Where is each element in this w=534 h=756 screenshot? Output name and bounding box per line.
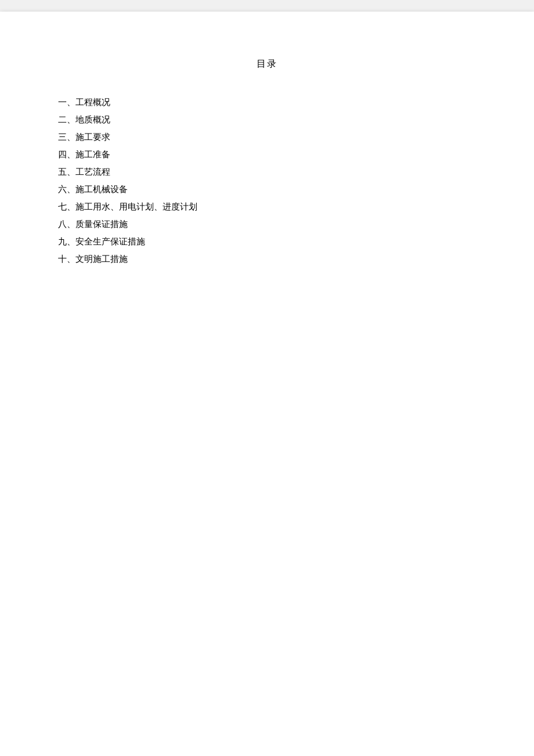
toc-item: 九、安全生产保证措施 — [58, 233, 476, 250]
toc-list: 一、工程概况二、地质概况三、施工要求四、施工准备五、工艺流程六、施工机械设备七、… — [58, 93, 476, 268]
toc-item: 二、地质概况 — [58, 111, 476, 128]
toc-item: 四、施工准备 — [58, 146, 476, 163]
page-title: 目录 — [58, 58, 476, 70]
toc-item: 三、施工要求 — [58, 128, 476, 146]
document-page: 目录 一、工程概况二、地质概况三、施工要求四、施工准备五、工艺流程六、施工机械设… — [0, 12, 534, 756]
toc-item: 一、工程概况 — [58, 93, 476, 111]
toc-item: 六、施工机械设备 — [58, 181, 476, 198]
toc-item: 七、施工用水、用电计划、进度计划 — [58, 198, 476, 215]
toc-item: 十、文明施工措施 — [58, 250, 476, 268]
toc-item: 五、工艺流程 — [58, 163, 476, 181]
toc-item: 八、质量保证措施 — [58, 215, 476, 233]
